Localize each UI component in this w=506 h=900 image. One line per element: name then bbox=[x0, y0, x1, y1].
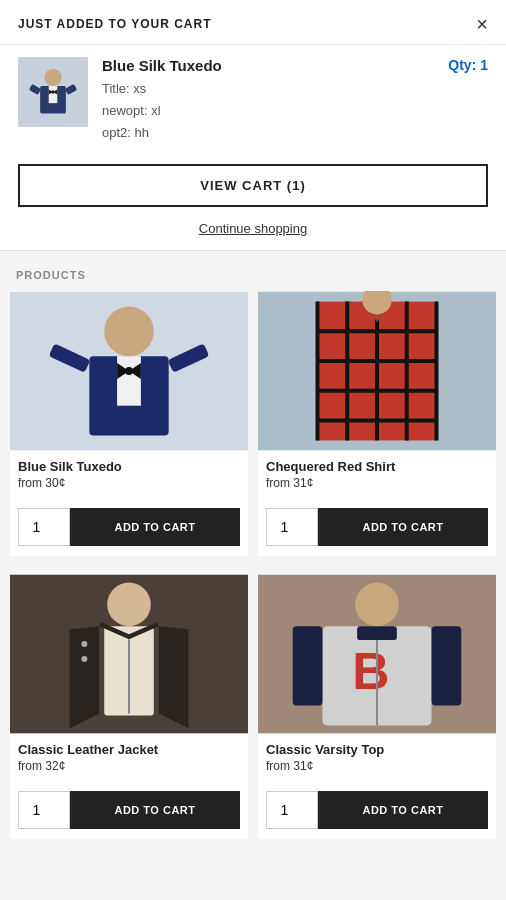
product-info-classic-leather-jacket: Classic Leather Jacket from 32¢ bbox=[10, 734, 248, 785]
product-name-classic-varsity-top: Classic Varsity Top bbox=[266, 742, 488, 757]
product-name-chequered-red-shirt: Chequered Red Shirt bbox=[266, 459, 488, 474]
svg-point-38 bbox=[355, 583, 399, 627]
svg-point-6 bbox=[51, 90, 54, 93]
add-to-cart-button-classic-varsity-top[interactable]: ADD TO CART bbox=[318, 791, 488, 829]
svg-rect-3 bbox=[49, 86, 58, 103]
products-grid: Blue Silk Tuxedo from 30¢ ADD TO CART bbox=[10, 291, 496, 857]
cart-notification-header: JUST ADDED TO YOUR CART × bbox=[0, 0, 506, 45]
svg-point-10 bbox=[104, 307, 154, 357]
main-content: PRODUCTS Blue Silk Tuxedo from 30¢ ADD T… bbox=[0, 251, 506, 877]
add-to-cart-button-classic-leather-jacket[interactable]: ADD TO CART bbox=[70, 791, 240, 829]
product-image-classic-varsity-top: B bbox=[258, 574, 496, 734]
svg-point-35 bbox=[81, 641, 87, 647]
add-to-cart-row-blue-silk-tuxedo: ADD TO CART bbox=[10, 508, 248, 546]
qty-input-classic-leather-jacket[interactable] bbox=[18, 791, 70, 829]
meta2-value: xl bbox=[151, 103, 160, 118]
add-to-cart-button-chequered-red-shirt[interactable]: ADD TO CART bbox=[318, 508, 488, 546]
svg-rect-41 bbox=[432, 627, 462, 706]
svg-text:B: B bbox=[352, 642, 389, 700]
add-to-cart-button-blue-silk-tuxedo[interactable]: ADD TO CART bbox=[70, 508, 240, 546]
cart-item-row: Blue Silk Tuxedo Title: xs newopt: xl op… bbox=[0, 45, 506, 156]
svg-point-1 bbox=[44, 69, 61, 86]
product-card-blue-silk-tuxedo: Blue Silk Tuxedo from 30¢ ADD TO CART bbox=[10, 291, 248, 556]
qty-label: Qty: bbox=[448, 57, 476, 73]
add-to-cart-row-chequered-red-shirt: ADD TO CART bbox=[258, 508, 496, 546]
qty-input-blue-silk-tuxedo[interactable] bbox=[18, 508, 70, 546]
svg-point-36 bbox=[81, 656, 87, 662]
product-name-classic-leather-jacket: Classic Leather Jacket bbox=[18, 742, 240, 757]
close-button[interactable]: × bbox=[476, 14, 488, 34]
cart-item-name: Blue Silk Tuxedo bbox=[102, 57, 434, 74]
svg-rect-40 bbox=[293, 627, 323, 706]
product-price-classic-varsity-top: from 31¢ bbox=[266, 759, 488, 773]
meta1-label: Title: bbox=[102, 81, 130, 96]
meta1-value: xs bbox=[133, 81, 146, 96]
meta3-value: hh bbox=[135, 125, 149, 140]
qty-input-chequered-red-shirt[interactable] bbox=[266, 508, 318, 546]
product-info-classic-varsity-top: Classic Varsity Top from 31¢ bbox=[258, 734, 496, 785]
add-to-cart-row-classic-leather-jacket: ADD TO CART bbox=[10, 791, 248, 829]
section-label: PRODUCTS bbox=[10, 261, 496, 291]
cart-item-thumbnail bbox=[18, 57, 88, 127]
product-card-classic-varsity-top: B Classic Varsity Top from 31¢ ADD TO CA… bbox=[258, 574, 496, 839]
cart-notification-title: JUST ADDED TO YOUR CART bbox=[18, 17, 211, 31]
meta3-label: opt2: bbox=[102, 125, 131, 140]
product-image-classic-leather-jacket bbox=[10, 574, 248, 734]
cart-item-qty: Qty: 1 bbox=[448, 57, 488, 73]
product-image-blue-silk-tuxedo bbox=[10, 291, 248, 451]
svg-rect-12 bbox=[117, 356, 141, 406]
product-card-classic-leather-jacket: Classic Leather Jacket from 32¢ ADD TO C… bbox=[10, 574, 248, 839]
product-image-chequered-red-shirt bbox=[258, 291, 496, 451]
continue-shopping-link[interactable]: Continue shopping bbox=[0, 215, 506, 250]
product-price-blue-silk-tuxedo: from 30¢ bbox=[18, 476, 240, 490]
meta2-label: newopt: bbox=[102, 103, 148, 118]
svg-point-32 bbox=[107, 583, 151, 627]
product-price-classic-leather-jacket: from 32¢ bbox=[18, 759, 240, 773]
product-info-chequered-red-shirt: Chequered Red Shirt from 31¢ bbox=[258, 451, 496, 502]
cart-item-details: Blue Silk Tuxedo Title: xs newopt: xl op… bbox=[102, 57, 434, 144]
view-cart-button[interactable]: VIEW CART (1) bbox=[18, 164, 488, 207]
svg-rect-43 bbox=[357, 627, 397, 641]
cart-item-meta: Title: xs newopt: xl opt2: hh bbox=[102, 78, 434, 144]
product-price-chequered-red-shirt: from 31¢ bbox=[266, 476, 488, 490]
add-to-cart-row-classic-varsity-top: ADD TO CART bbox=[258, 791, 496, 829]
product-name-blue-silk-tuxedo: Blue Silk Tuxedo bbox=[18, 459, 240, 474]
svg-point-15 bbox=[125, 367, 133, 375]
qty-input-classic-varsity-top[interactable] bbox=[266, 791, 318, 829]
product-card-chequered-red-shirt: Chequered Red Shirt from 31¢ ADD TO CART bbox=[258, 291, 496, 556]
qty-value: 1 bbox=[480, 57, 488, 73]
product-info-blue-silk-tuxedo: Blue Silk Tuxedo from 30¢ bbox=[10, 451, 248, 502]
cart-notification: JUST ADDED TO YOUR CART × bbox=[0, 0, 506, 251]
